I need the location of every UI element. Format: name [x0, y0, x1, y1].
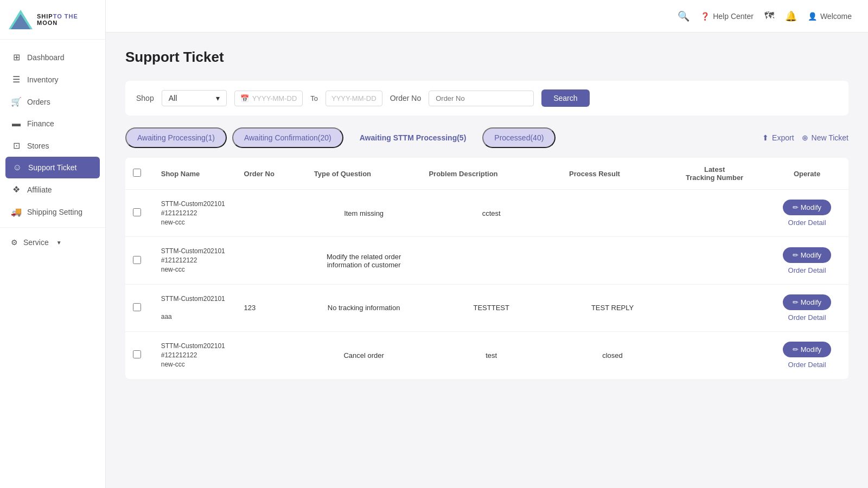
- new-ticket-label: New Ticket: [812, 133, 848, 142]
- sidebar-item-shipping-setting[interactable]: 🚚 Shipping Setting: [0, 201, 105, 223]
- sidebar-item-inventory[interactable]: ☰ Inventory: [0, 68, 105, 91]
- date-to-input[interactable]: YYYY-MM-DD: [326, 91, 382, 106]
- new-ticket-icon: ⊕: [802, 133, 808, 142]
- row-checkbox[interactable]: [133, 256, 141, 264]
- th-operate: Operate: [765, 158, 848, 190]
- th-order-no: Order No: [237, 158, 307, 190]
- order-no-input[interactable]: [429, 91, 534, 106]
- row-checkbox-cell: [125, 284, 154, 331]
- tab-awaiting-sttm[interactable]: Awaiting STTM Processing(5): [349, 129, 477, 147]
- sidebar-item-label: Shipping Setting: [27, 208, 82, 216]
- filter-bar: Shop All ▾ 📅 YYYY-MM-DD To YYYY-MM-DD Or…: [125, 81, 848, 115]
- nav-divider: [0, 227, 105, 228]
- inventory-icon: ☰: [11, 74, 22, 85]
- header: 🔍 ❓ Help Center 🗺 🔔 👤 Welcome: [106, 0, 868, 33]
- row-shop-name: STTM-Custom202101#121212122new-ccc: [154, 190, 237, 237]
- date-from-placeholder: YYYY-MM-DD: [252, 94, 297, 102]
- order-detail-link[interactable]: Order Detail: [788, 313, 826, 322]
- th-description: Problem Description: [421, 158, 561, 190]
- shop-dropdown-value: All: [169, 94, 177, 102]
- row-type: No tracking information: [307, 284, 422, 331]
- order-detail-link[interactable]: Order Detail: [788, 361, 826, 369]
- sidebar-item-dashboard[interactable]: ⊞ Dashboard: [0, 46, 105, 68]
- row-tracking: [663, 332, 765, 379]
- sidebar-item-service[interactable]: ⚙ Service ▼: [0, 232, 105, 253]
- user-menu[interactable]: 👤 Welcome: [808, 12, 852, 21]
- page-content: Support Ticket Shop All ▾ 📅 YYYY-MM-DD T…: [106, 33, 868, 488]
- dashboard-icon: ⊞: [11, 52, 22, 62]
- sidebar-item-orders[interactable]: 🛒 Orders: [0, 91, 105, 113]
- row-description: cctest: [421, 190, 561, 237]
- row-process-result: closed: [561, 332, 663, 379]
- search-icon[interactable]: 🔍: [678, 10, 690, 22]
- search-button[interactable]: Search: [541, 89, 589, 107]
- operate-cell: ✏ Modify Order Detail: [773, 247, 841, 274]
- tab-awaiting-processing[interactable]: Awaiting Processing(1): [125, 127, 227, 148]
- tab-actions: ⬆ Export ⊕ New Ticket: [762, 133, 848, 142]
- export-button[interactable]: ⬆ Export: [762, 133, 794, 142]
- service-label: Service: [23, 238, 49, 247]
- support-ticket-icon: ☺: [12, 163, 23, 172]
- user-icon: 👤: [808, 12, 817, 21]
- order-detail-link[interactable]: Order Detail: [788, 219, 826, 227]
- shop-name-text: STTM-Custom202101aaa: [161, 294, 229, 322]
- help-icon: ❓: [700, 12, 710, 21]
- row-tracking: [663, 237, 765, 284]
- logo-moon: MOON: [37, 20, 78, 26]
- export-icon: ⬆: [762, 133, 769, 142]
- row-order-no: [237, 190, 307, 237]
- shipping-icon: 🚚: [11, 207, 22, 217]
- sidebar-item-stores[interactable]: ⊡ Stores: [0, 134, 105, 157]
- row-process-result: TEST REPLY: [561, 284, 663, 331]
- sidebar-item-label: Stores: [27, 142, 49, 150]
- sidebar-item-label: Affiliate: [27, 185, 52, 194]
- row-description: [421, 237, 561, 284]
- modify-button[interactable]: ✏ Modify: [783, 247, 831, 263]
- row-type: Modify the related order information of …: [307, 237, 422, 284]
- shop-dropdown[interactable]: All ▾: [162, 90, 227, 106]
- service-chevron-icon: ▼: [56, 240, 62, 246]
- operate-cell: ✏ Modify Order Detail: [773, 342, 841, 369]
- row-checkbox-cell: [125, 190, 154, 237]
- modify-button[interactable]: ✏ Modify: [783, 200, 831, 215]
- th-shop-name: Shop Name: [154, 158, 237, 190]
- row-description: TESTTEST: [421, 284, 561, 331]
- table-row: STTM-Custom202101#121212122new-ccc Item …: [125, 190, 848, 237]
- orders-icon: 🛒: [11, 97, 22, 107]
- tab-processed[interactable]: Processed(40): [482, 127, 556, 148]
- row-description: test: [421, 332, 561, 379]
- modify-button[interactable]: ✏ Modify: [783, 342, 831, 357]
- row-tracking: [663, 284, 765, 331]
- welcome-label: Welcome: [820, 12, 852, 21]
- order-detail-link[interactable]: Order Detail: [788, 266, 826, 274]
- th-type: Type of Question: [307, 158, 422, 190]
- select-all-checkbox[interactable]: [133, 169, 141, 177]
- operate-cell: ✏ Modify Order Detail: [773, 294, 841, 322]
- table-header-row: Shop Name Order No Type of Question Prob…: [125, 158, 848, 190]
- row-shop-name: STTM-Custom202101aaa: [154, 284, 237, 331]
- date-to-label: To: [310, 94, 318, 102]
- shop-name-text: STTM-Custom202101#121212122new-ccc: [161, 342, 229, 369]
- sidebar-item-support-ticket[interactable]: ☺ Support Ticket: [5, 157, 100, 178]
- row-checkbox[interactable]: [133, 303, 141, 311]
- modify-button[interactable]: ✏ Modify: [783, 294, 831, 310]
- help-center-button[interactable]: ❓ Help Center: [700, 12, 754, 21]
- row-checkbox[interactable]: [133, 350, 141, 358]
- notification-icon[interactable]: 🔔: [785, 10, 797, 22]
- table-row: STTM-Custom202101#121212122new-ccc Cance…: [125, 332, 848, 379]
- map-icon[interactable]: 🗺: [764, 10, 774, 22]
- support-ticket-table: Shop Name Order No Type of Question Prob…: [125, 158, 848, 379]
- service-icon: ⚙: [11, 238, 18, 247]
- stores-icon: ⊡: [11, 140, 22, 151]
- new-ticket-button[interactable]: ⊕ New Ticket: [802, 133, 848, 142]
- sidebar-item-finance[interactable]: ▬ Finance: [0, 113, 105, 134]
- calendar-icon: 📅: [240, 94, 249, 102]
- tab-awaiting-confirmation[interactable]: Awaiting Confirmation(20): [232, 127, 343, 148]
- row-type: Item missing: [307, 190, 422, 237]
- row-shop-name: STTM-Custom202101#121212122new-ccc: [154, 237, 237, 284]
- date-from-input[interactable]: 📅 YYYY-MM-DD: [234, 91, 303, 106]
- sidebar-item-affiliate[interactable]: ❖ Affiliate: [0, 178, 105, 201]
- row-checkbox-cell: [125, 237, 154, 284]
- shop-name-text: STTM-Custom202101#121212122new-ccc: [161, 247, 229, 274]
- row-checkbox[interactable]: [133, 208, 141, 216]
